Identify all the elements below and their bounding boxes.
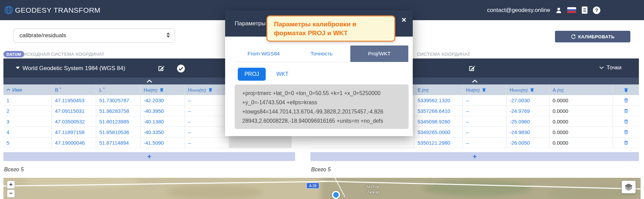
target-col-e[interactable]: E(m): [414, 84, 463, 95]
proj-string-line: 28943,2.60008228,-18.940096916165 +units…: [242, 116, 409, 125]
tab-proj-wkt[interactable]: Proj/WKT: [350, 45, 408, 62]
cell-e: 5339562.1320: [414, 95, 463, 105]
calibrate-button-label: КАЛИБРОВАТЬ: [578, 34, 615, 39]
clear-column-trash-icon[interactable]: [530, 87, 535, 92]
delete-row-trash-icon[interactable]: [624, 129, 629, 135]
layers-icon: [625, 184, 632, 190]
help-icon[interactable]: ?: [593, 6, 600, 14]
cell-e: 5349265.0000: [414, 127, 463, 137]
points-dropdown[interactable]: Точки: [599, 64, 621, 71]
calibrate-button[interactable]: КАЛИБРОВАТЬ: [555, 31, 630, 42]
edit-target-datum-icon[interactable]: [468, 65, 475, 72]
cell-hnorm: –: [185, 95, 229, 105]
cell-hell: –: [463, 137, 507, 148]
delete-row-trash-icon[interactable]: [624, 108, 629, 114]
source-col-b[interactable]: B ˚: [52, 84, 96, 95]
target-col-hnorm: Hnorm(m): [507, 84, 550, 95]
contact-email: contact@geodesy.online: [487, 7, 550, 14]
source-datum-title[interactable]: World Geodetic System 1984 (WGS 84): [23, 65, 125, 72]
proj-string-line: +towgs84=144.7014,13.6704,-99.3828,2.201…: [242, 107, 409, 116]
cell-delete: [613, 116, 639, 127]
map-place-label-en: Akzhar: [366, 184, 379, 189]
cell-b: 47.03500532: [52, 116, 96, 127]
cell-l: 51.80123985: [96, 116, 141, 127]
target-col-hell: Hell(m): [463, 84, 507, 95]
cell-a: 0.0000: [550, 116, 613, 127]
map-zoom-out-button[interactable]: −: [7, 189, 15, 198]
map-terrain-patch: [24, 178, 140, 189]
cell-name: 5: [3, 137, 52, 148]
map-layers-button[interactable]: [621, 181, 636, 194]
language-flag-icon[interactable]: [567, 7, 576, 13]
cell-delete: [613, 95, 639, 105]
docs-book-icon[interactable]: [581, 6, 588, 14]
clear-column-trash-icon[interactable]: [482, 87, 486, 92]
delete-all-trash-icon[interactable]: [624, 87, 629, 93]
target-col-a[interactable]: A(m): [550, 84, 613, 95]
cell-hell: –: [463, 106, 507, 116]
brand-title: GEODESY TRANSFORM: [15, 0, 100, 20]
app-window: GEODESY TRANSFORM contact@geodesy.online…: [0, 0, 644, 199]
close-icon[interactable]: ×: [399, 15, 409, 25]
mode-select-value: calibrate/residuals: [19, 32, 66, 39]
cell-name: 3: [3, 116, 52, 127]
select-updown-icon: [166, 32, 170, 38]
cell-a: 0.0000: [550, 127, 613, 137]
source-col-name[interactable]: Имя: [3, 84, 52, 95]
target-system-label: СИСТЕМА КООРДИНАТ: [417, 52, 470, 57]
target-col-delete: [613, 84, 639, 95]
user-icon[interactable]: [555, 6, 562, 14]
target-total-label: Всего 5: [311, 167, 331, 173]
cell-hell: -40.3950: [141, 106, 185, 116]
road-a28-badge: А-28: [306, 183, 319, 189]
map-terrain-patch: [167, 185, 263, 199]
cell-a: 0.0000: [550, 137, 613, 148]
cell-name: 1: [3, 95, 52, 105]
calibration-tooltip: Параметры калибровки в форматах PROJ и W…: [266, 15, 395, 42]
map-point-marker[interactable]: [332, 191, 340, 199]
clear-column-trash-icon[interactable]: [208, 87, 213, 92]
cell-l: 51.73025787: [96, 95, 141, 105]
navbar-right-group: contact@geodesy.online ?: [487, 0, 600, 20]
proj-string-box: +proj=tmerc +lat_0=0 +lon_0=50.55 +k=1 +…: [235, 84, 409, 129]
sort-asc-icon: [6, 89, 10, 91]
cell-hidden: [310, 137, 414, 148]
points-dropdown-label: Точки: [606, 64, 621, 71]
cell-hnorm: -24.9769: [507, 106, 550, 116]
table-row: 5 47.19000046 51.87114894 -41.5090 –: [3, 137, 292, 148]
map-zoom-in-button[interactable]: +: [7, 181, 15, 189]
chevron-up-icon: [472, 80, 478, 83]
target-add-point-bar[interactable]: +: [310, 152, 639, 161]
cell-a: 0.0000: [550, 95, 613, 105]
clear-column-trash-icon[interactable]: [159, 87, 164, 92]
subtab-wkt[interactable]: WKT: [272, 68, 293, 81]
chevron-down-icon: [599, 66, 604, 69]
map-place-label-ru: Акжар: [367, 189, 380, 195]
cell-hnorm: –: [185, 137, 229, 148]
cell-b: 47.11950453: [52, 95, 96, 105]
delete-row-trash-icon[interactable]: [624, 97, 629, 103]
source-col-hnorm: Hnorm(m): [185, 84, 229, 95]
cell-a: 0.0000: [550, 106, 613, 116]
cell-l: 51.96283758: [96, 106, 141, 116]
cell-hnorm: –: [185, 127, 229, 137]
globe-logo-icon: [4, 5, 13, 15]
tab-from-wgs84[interactable]: From WGS84: [235, 45, 293, 62]
cell-hnorm: -24.9830: [507, 127, 550, 137]
source-col-l[interactable]: L ˚: [96, 84, 141, 95]
cell-delete: [613, 137, 639, 148]
cell-b: 47.11897158: [52, 127, 96, 137]
cell-hell: –: [463, 127, 507, 137]
subtab-proj[interactable]: PROJ: [238, 68, 266, 81]
map[interactable]: А-28 Akzhar Акжар + −: [3, 178, 641, 199]
tab-accuracy[interactable]: Точность: [293, 45, 351, 62]
source-add-point-bar[interactable]: +: [3, 152, 295, 161]
cell-b: 47.19000046: [52, 137, 96, 148]
cell-name: 2: [3, 106, 52, 116]
delete-row-trash-icon[interactable]: [624, 140, 629, 145]
delete-row-trash-icon[interactable]: [624, 119, 629, 124]
cell-hnorm: -25.0960: [507, 116, 550, 127]
edit-source-datum-icon[interactable]: [158, 65, 165, 72]
source-system-label: ИСХОДНАЯ СИСТЕМА КООРДИНАТ: [23, 52, 104, 57]
mode-select[interactable]: calibrate/residuals: [14, 28, 175, 43]
